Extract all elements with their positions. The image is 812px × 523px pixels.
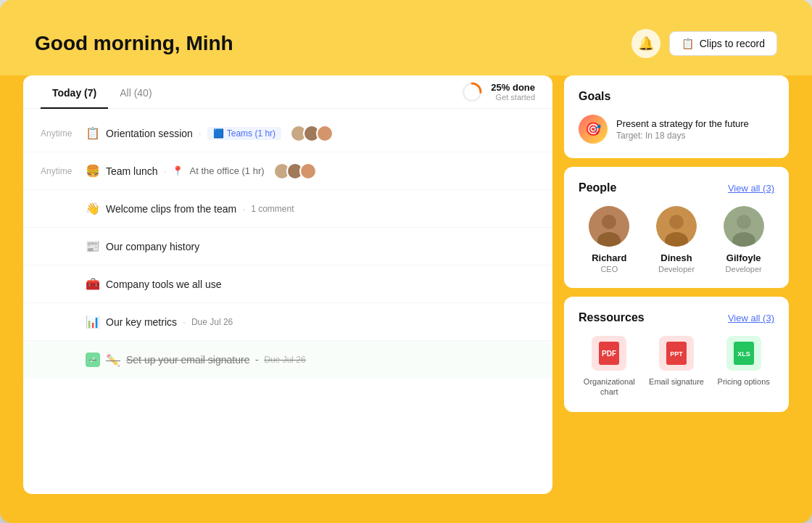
goal-target: Target: In 18 days <box>616 131 749 141</box>
person-avatar <box>656 206 697 247</box>
main-content: Today (7) All (40) 25% done Get started <box>0 75 812 511</box>
task-location: At the office (1 hr) <box>189 165 264 176</box>
tab-all[interactable]: All (40) <box>108 75 163 109</box>
people-header: People View all (3) <box>579 181 774 194</box>
resources-card: Ressources View all (3) PDF Organization… <box>564 297 789 412</box>
dot-separator: · <box>242 203 245 215</box>
list-item[interactable]: Richard CEO <box>579 206 640 273</box>
task-content: 🍔 Team lunch · 📍 At the office (1 hr) <box>86 162 535 180</box>
svg-point-3 <box>602 215 616 229</box>
person-name: Richard <box>592 252 626 263</box>
people-title: People <box>579 181 616 194</box>
progress-section: 25% done Get started <box>460 81 535 104</box>
task-content: 👋 Welcome clips from the team · 1 commen… <box>86 202 535 215</box>
svg-point-9 <box>737 215 751 229</box>
task-emoji: 👋 <box>86 202 100 215</box>
header-actions: 🔔 📋 Clips to record <box>631 29 777 58</box>
progress-label: Get started <box>491 93 535 102</box>
clips-button[interactable]: 📋 Clips to record <box>669 31 777 56</box>
resources-title: Ressources <box>579 311 645 324</box>
person-avatar <box>589 206 629 247</box>
clips-label: Clips to record <box>700 38 765 49</box>
task-emoji: 🧰 <box>86 277 100 291</box>
task-content: ✓ ✏️ Set up your email signature · Due J… <box>86 353 535 367</box>
goals-card: Goals 🎯 Present a strategy for the futur… <box>564 75 789 158</box>
table-row[interactable]: 👋 Welcome clips from the team · 1 commen… <box>23 190 552 228</box>
avatar-group <box>273 162 317 180</box>
tab-today[interactable]: Today (7) <box>41 75 108 109</box>
list-item[interactable]: Gilfoyle Developer <box>713 206 774 273</box>
goals-header: Goals <box>579 90 774 103</box>
task-emoji: 📊 <box>86 315 100 329</box>
task-list: Anytime 📋 Orientation session · 🟦 Teams … <box>23 109 552 494</box>
people-card: People View all (3) Richard CE <box>564 167 789 288</box>
dot-separator: · <box>164 165 167 177</box>
resource-icon: PDF <box>592 336 626 371</box>
person-name: Dinesh <box>660 252 692 263</box>
goals-title: Goals <box>579 90 610 103</box>
bell-icon: 🔔 <box>638 36 654 52</box>
bell-button[interactable]: 🔔 <box>631 29 660 58</box>
resource-name: Pricing options <box>718 376 770 387</box>
dot-separator: · <box>183 316 186 328</box>
dot-separator: · <box>255 354 258 366</box>
task-emoji: 📰 <box>86 239 100 253</box>
task-name: Orientation session <box>106 128 193 139</box>
resource-name: Organizational chart <box>579 376 640 398</box>
svg-text:PDF: PDF <box>602 350 616 358</box>
person-avatar <box>724 206 764 247</box>
svg-text:PPT: PPT <box>670 350 683 358</box>
task-content: 🧰 Company tools we all use <box>86 277 535 291</box>
person-role: Developer <box>726 265 762 273</box>
avatar-group <box>290 125 334 142</box>
avatar <box>316 125 334 142</box>
person-role: CEO <box>600 265 618 273</box>
goal-item[interactable]: 🎯 Present a strategy for the future Targ… <box>579 115 774 144</box>
goal-name: Present a strategy for the future <box>616 118 749 129</box>
person-role: Developer <box>658 265 695 273</box>
dot-separator: · <box>199 128 202 139</box>
task-content: 📊 Our key metrics · Due Jul 26 <box>86 315 535 329</box>
table-row[interactable]: ✓ ✏️ Set up your email signature · Due J… <box>23 341 552 379</box>
people-grid: Richard CEO Dinesh Developer <box>579 206 774 273</box>
greeting: Good morning, Minh <box>35 32 233 55</box>
teams-label: Teams (1 hr) <box>227 128 276 139</box>
table-row[interactable]: 📰 Our company history <box>23 228 552 265</box>
list-item[interactable]: XLS Pricing options <box>713 336 774 398</box>
task-emoji: 🍔 <box>86 164 100 178</box>
table-row[interactable]: Anytime 📋 Orientation session · 🟦 Teams … <box>23 115 552 152</box>
avatar <box>299 162 317 180</box>
teams-badge: 🟦 Teams (1 hr) <box>207 127 281 140</box>
task-name: Welcome clips from the team <box>106 203 236 215</box>
progress-circle <box>460 81 484 104</box>
task-name: Our company history <box>106 241 199 252</box>
goal-icon: 🎯 <box>579 115 608 144</box>
resource-name: Email signature <box>649 376 704 387</box>
progress-text: 25% done Get started <box>491 82 535 102</box>
svg-point-6 <box>669 215 684 229</box>
list-item[interactable]: PDF Organizational chart <box>579 336 640 398</box>
list-item[interactable]: Dinesh Developer <box>646 206 708 273</box>
resources-view-all[interactable]: View all (3) <box>728 313 774 324</box>
table-row[interactable]: Anytime 🍔 Team lunch · 📍 At the office (… <box>23 152 552 190</box>
comment-badge: 1 comment <box>251 204 294 214</box>
table-row[interactable]: 🧰 Company tools we all use <box>23 265 552 303</box>
people-view-all[interactable]: View all (3) <box>728 183 774 194</box>
tabs-header: Today (7) All (40) 25% done Get started <box>23 75 552 109</box>
due-date: Due Jul 26 <box>191 317 233 327</box>
app-window: Good morning, Minh 🔔 📋 Clips to record T… <box>0 0 812 523</box>
table-row[interactable]: 📊 Our key metrics · Due Jul 26 <box>23 303 552 341</box>
left-panel: Today (7) All (40) 25% done Get started <box>23 75 552 494</box>
task-time: Anytime <box>41 166 77 176</box>
resources-grid: PDF Organizational chart PPT Email si <box>579 336 774 398</box>
resources-header: Ressources View all (3) <box>579 311 774 324</box>
task-name: Set up your email signature <box>126 354 249 366</box>
task-content: 📋 Orientation session · 🟦 Teams (1 hr) <box>86 125 535 142</box>
clips-icon: 📋 <box>682 38 694 49</box>
task-name: Our key metrics <box>106 316 177 328</box>
list-item[interactable]: PPT Email signature <box>646 336 708 398</box>
task-emoji: ✏️ <box>106 353 120 367</box>
right-panel: Goals 🎯 Present a strategy for the futur… <box>564 75 789 494</box>
task-name: Team lunch <box>106 165 158 177</box>
goal-text: Present a strategy for the future Target… <box>616 118 749 141</box>
